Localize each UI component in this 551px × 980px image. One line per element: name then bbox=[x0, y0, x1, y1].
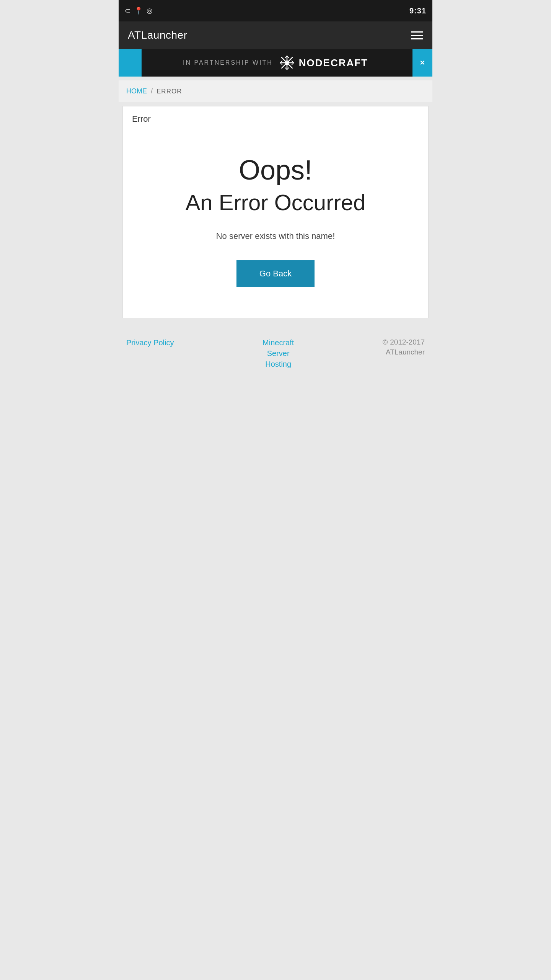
minecraft-server-hosting-link[interactable]: MinecraftServerHosting bbox=[262, 337, 294, 369]
breadcrumb-home-link[interactable]: HOME bbox=[126, 87, 147, 95]
nodecraft-logo: NODECRAFT bbox=[279, 55, 368, 71]
status-time: 9:31 bbox=[409, 7, 426, 15]
nodecraft-snowflake-icon bbox=[279, 55, 295, 71]
skype-icon: ⊂ bbox=[125, 7, 130, 15]
top-nav: ATLauncher bbox=[119, 21, 432, 49]
close-banner-button[interactable]: × bbox=[412, 49, 432, 77]
hamburger-line-1 bbox=[411, 31, 423, 33]
footer-copyright: © 2012-2017ATLauncher bbox=[383, 337, 425, 358]
footer-center: MinecraftServerHosting bbox=[262, 337, 294, 369]
privacy-policy-link[interactable]: Privacy Policy bbox=[126, 337, 174, 348]
nodecraft-name-label: NODECRAFT bbox=[299, 57, 368, 69]
hamburger-line-3 bbox=[411, 38, 423, 39]
error-description: No server exists with this name! bbox=[130, 231, 421, 241]
status-icons: ⊂ 📍 ◎ bbox=[125, 7, 153, 15]
error-card: Error Oops! An Error Occurred No server … bbox=[122, 106, 429, 318]
partnership-content: IN PARTNERSHIP WITH NODECRAFT bbox=[183, 55, 368, 71]
breadcrumb-current-page: ERROR bbox=[156, 88, 182, 95]
footer-privacy: Privacy Policy bbox=[126, 337, 174, 348]
go-back-button[interactable]: Go Back bbox=[236, 260, 315, 287]
oops-heading: Oops! bbox=[130, 155, 421, 185]
menu-button[interactable] bbox=[411, 31, 423, 39]
camera-icon: ◎ bbox=[147, 7, 153, 15]
partnership-banner: IN PARTNERSHIP WITH NODECRAFT bbox=[119, 49, 432, 77]
partnership-label: IN PARTNERSHIP WITH bbox=[183, 59, 273, 66]
error-card-header: Error bbox=[123, 106, 428, 132]
app-title: ATLauncher bbox=[128, 29, 187, 41]
breadcrumb-separator: / bbox=[151, 87, 153, 95]
hamburger-line-2 bbox=[411, 35, 423, 36]
breadcrumb: HOME / ERROR bbox=[126, 87, 425, 95]
error-occurred-heading: An Error Occurred bbox=[130, 189, 421, 216]
main-content: Error Oops! An Error Occurred No server … bbox=[119, 106, 432, 318]
blue-accent-bar bbox=[119, 49, 142, 77]
location-icon: 📍 bbox=[134, 7, 143, 15]
status-bar: ⊂ 📍 ◎ 9:31 bbox=[119, 0, 432, 21]
error-card-body: Oops! An Error Occurred No server exists… bbox=[123, 132, 428, 318]
footer: Privacy Policy MinecraftServerHosting © … bbox=[119, 326, 432, 385]
breadcrumb-bar: HOME / ERROR bbox=[119, 80, 432, 102]
